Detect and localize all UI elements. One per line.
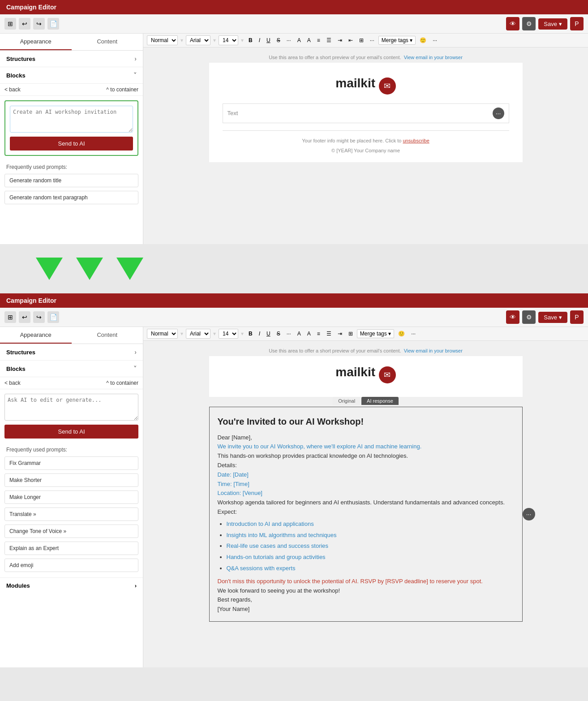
redo-icon[interactable]: ↪ xyxy=(33,18,45,30)
underline-button[interactable]: U xyxy=(264,36,273,44)
save-file-icon[interactable]: 📄 xyxy=(47,18,59,30)
size-select[interactable]: 14 xyxy=(219,35,238,45)
tab-bar-2: Appearance Content xyxy=(0,327,143,344)
text-style-select[interactable]: Normal xyxy=(147,35,178,45)
email-preview-2: Use this area to offer a short preview o… xyxy=(143,341,588,667)
undo-icon-2[interactable]: ↩ xyxy=(19,311,30,323)
send-to-ai-button-2[interactable]: Send to AI xyxy=(4,425,138,439)
emoji-button-2[interactable]: 🙂 xyxy=(396,330,407,338)
to-container-2[interactable]: ^ to container xyxy=(106,380,138,386)
tab-content-2[interactable]: Content xyxy=(72,327,143,344)
strike-button-2[interactable]: S xyxy=(275,330,283,338)
email-footer-1: Your footer info might be placed here. C… xyxy=(223,138,509,143)
left-panel-2: Appearance Content Structures › Blocks ˅… xyxy=(0,327,143,667)
save-button-1[interactable]: Save ▾ xyxy=(538,18,567,30)
tab-content-1[interactable]: Content xyxy=(72,34,143,50)
table-button-2[interactable]: ⊞ xyxy=(346,330,355,338)
tab-appearance-1[interactable]: Appearance xyxy=(0,34,72,50)
ai-response-tabs: Original AI response xyxy=(152,397,579,405)
redo-icon-2[interactable]: ↪ xyxy=(33,311,45,323)
tab-bar-1: Appearance Content xyxy=(0,34,143,51)
bg-color-button-2[interactable]: A xyxy=(305,330,313,338)
font-select[interactable]: Arial xyxy=(186,35,210,45)
tab-ai-response[interactable]: AI response xyxy=(361,397,399,405)
list-button[interactable]: ☰ xyxy=(324,36,334,44)
body-line-7: Workshop agenda tailored for beginners a… xyxy=(218,498,514,507)
align-button-2[interactable]: ≡ xyxy=(315,330,322,338)
prompt-change-tone[interactable]: Change Tone of Voice » xyxy=(4,525,138,538)
more2-button[interactable]: ··· xyxy=(368,36,377,44)
tab-appearance-2[interactable]: Appearance xyxy=(0,327,72,344)
send-to-ai-button-1[interactable]: Send to AI xyxy=(10,137,133,151)
toolbar-2: ⊞ ↩ ↪ 📄 👁 ⚙ Save ▾ P xyxy=(0,308,588,327)
underline-button-2[interactable]: U xyxy=(264,330,273,338)
prompt-translate[interactable]: Translate » xyxy=(4,507,138,521)
merge-tags-button[interactable]: Merge tags ▾ xyxy=(378,36,416,45)
extra-button-2[interactable]: ··· xyxy=(409,330,418,338)
undo-icon[interactable]: ↩ xyxy=(19,18,30,30)
font-color-button[interactable]: A xyxy=(295,36,303,44)
back-button-1[interactable]: < back xyxy=(4,86,21,93)
preview-icon[interactable]: 👁 xyxy=(506,17,519,30)
text-style-select-2[interactable]: Normal xyxy=(147,329,178,339)
bullet-0: Introduction to AI and applications xyxy=(227,520,514,529)
right-panel-1: Normal ▾ Arial ▾ 14 ▾ B I U S ··· A A ≡ … xyxy=(143,34,588,244)
align-button[interactable]: ≡ xyxy=(315,36,322,44)
save-file-icon-2[interactable]: 📄 xyxy=(47,311,59,323)
prompt-explain-expert[interactable]: Explain as an Expert xyxy=(4,542,138,555)
side-dots-button[interactable]: ··· xyxy=(523,508,535,520)
copyright-1: © [YEAR] Your Company name xyxy=(223,148,509,153)
tab-original[interactable]: Original xyxy=(333,397,361,405)
indent-button[interactable]: ⇥ xyxy=(335,36,344,44)
logo-icon-2 xyxy=(379,366,396,383)
size-select-2[interactable]: 14 xyxy=(219,329,238,339)
bold-button[interactable]: B xyxy=(246,36,255,44)
font-color-button-2[interactable]: A xyxy=(295,330,303,338)
table-button[interactable]: ⊞ xyxy=(357,36,366,44)
save-button-2[interactable]: Save ▾ xyxy=(538,312,567,323)
indent-button-2[interactable]: ⇥ xyxy=(335,330,344,338)
settings-icon-2[interactable]: ⚙ xyxy=(522,310,536,324)
preview-icon-2[interactable]: 👁 xyxy=(506,310,519,324)
prompt-generate-paragraph[interactable]: Generate random text paragraph xyxy=(4,191,138,204)
ai-input-2[interactable] xyxy=(4,394,138,421)
more-fmt-button-2[interactable]: ··· xyxy=(284,330,293,338)
more-fmt-button[interactable]: ··· xyxy=(284,36,293,44)
back-button-2[interactable]: < back xyxy=(4,380,21,386)
prompt-fix-grammar[interactable]: Fix Grammar xyxy=(4,456,138,470)
view-in-browser-link-1[interactable]: View email in your browser xyxy=(404,55,463,60)
nav-row-1: < back ^ to container xyxy=(0,84,143,96)
italic-button-2[interactable]: I xyxy=(257,330,262,338)
icon-grid-2[interactable]: ⊞ xyxy=(4,311,16,323)
extra-icon-2[interactable]: P xyxy=(570,310,584,324)
emoji-button[interactable]: 🙂 xyxy=(417,36,429,44)
outdent-button[interactable]: ⇤ xyxy=(346,36,355,44)
bold-button-2[interactable]: B xyxy=(246,330,255,338)
unsubscribe-link-1[interactable]: unsubscribe xyxy=(403,138,429,143)
body-line-6: Location: [Venue] xyxy=(218,489,514,498)
strike-button[interactable]: S xyxy=(275,36,283,44)
list-button-2[interactable]: ☰ xyxy=(324,330,334,338)
font-select-2[interactable]: Arial xyxy=(186,329,210,339)
prompt-make-longer[interactable]: Make Longer xyxy=(4,490,138,504)
bg-color-button[interactable]: A xyxy=(305,36,313,44)
format-toolbar-2: Normal ▾ Arial ▾ 14 ▾ B I U S ··· A A ≡ … xyxy=(143,327,588,341)
text-row-1[interactable]: Text ··· xyxy=(223,103,509,123)
chevron-structures-2: › xyxy=(134,348,137,356)
prompt-generate-title[interactable]: Generate random title xyxy=(4,174,138,187)
email-logo-1: mailkit xyxy=(223,76,509,95)
prompt-add-emoji[interactable]: Add emoji xyxy=(4,559,138,572)
ai-input-1[interactable] xyxy=(10,106,133,133)
settings-icon[interactable]: ⚙ xyxy=(522,17,536,30)
prompt-make-shorter[interactable]: Make Shorter xyxy=(4,473,138,487)
merge-tags-button-2[interactable]: Merge tags ▾ xyxy=(357,329,394,338)
body-line-8: Expect: xyxy=(218,507,514,517)
italic-button[interactable]: I xyxy=(257,36,262,44)
extra-button[interactable]: ··· xyxy=(430,36,439,44)
view-in-browser-link-2[interactable]: View email in your browser xyxy=(404,348,463,353)
dots-menu-1[interactable]: ··· xyxy=(493,108,504,119)
to-container-1[interactable]: ^ to container xyxy=(106,86,138,93)
icon-grid[interactable]: ⊞ xyxy=(4,18,16,30)
extra-icon[interactable]: P xyxy=(570,17,584,30)
body-line-4: Date: [Date] xyxy=(218,470,514,480)
